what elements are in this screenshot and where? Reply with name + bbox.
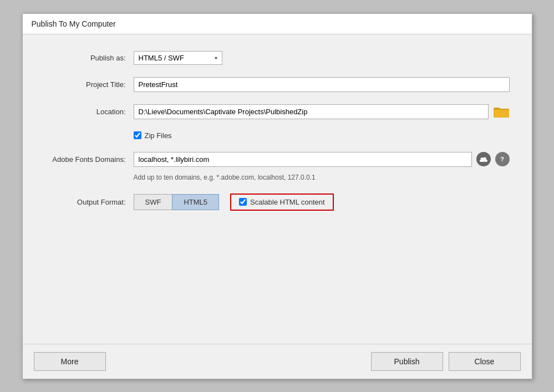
svg-rect-1: [494, 110, 509, 118]
adobe-fonts-control: ?: [134, 152, 510, 167]
close-button[interactable]: Close: [449, 352, 521, 371]
cloud-icon[interactable]: [476, 152, 491, 166]
publish-as-label: Publish as:: [45, 54, 134, 62]
html5-format-button[interactable]: HTML5: [172, 194, 219, 210]
help-button[interactable]: ?: [495, 152, 510, 166]
project-title-row: Project Title:: [45, 77, 510, 92]
location-input-row: [134, 104, 510, 119]
location-label: Location:: [45, 108, 134, 116]
browse-folder-button[interactable]: [493, 104, 510, 119]
dialog-content: Publish as: HTML5 / SWF ▾ Project Title:…: [23, 34, 532, 344]
help-icon: ?: [500, 156, 504, 162]
adobe-fonts-input-row: ?: [134, 152, 510, 167]
location-input[interactable]: [134, 104, 489, 119]
location-row: Location:: [45, 104, 510, 119]
zip-files-label[interactable]: Zip Files: [134, 131, 172, 140]
publish-as-row: Publish as: HTML5 / SWF ▾: [45, 51, 510, 65]
chevron-down-icon: ▾: [215, 55, 217, 61]
adobe-fonts-hint: Add up to ten domains, e.g. *.adobe.com,…: [134, 174, 510, 181]
footer-left: More: [34, 352, 371, 371]
dialog-footer: More Publish Close: [23, 344, 532, 379]
publish-as-control: HTML5 / SWF ▾: [134, 51, 510, 65]
publish-as-value: HTML5 / SWF: [139, 54, 184, 62]
adobe-fonts-label: Adobe Fonts Domains:: [45, 155, 134, 164]
adobe-fonts-input[interactable]: [134, 152, 472, 167]
dialog-titlebar: Publish To My Computer: [23, 14, 532, 34]
dialog-title: Publish To My Computer: [32, 19, 116, 28]
scalable-html-label[interactable]: Scalable HTML content: [239, 198, 325, 206]
more-button[interactable]: More: [34, 352, 106, 371]
output-format-control: SWF HTML5 Scalable HTML content: [134, 194, 510, 211]
publish-button[interactable]: Publish: [371, 352, 443, 371]
output-format-row: Output Format: SWF HTML5 Scalable HTML c…: [45, 194, 510, 211]
adobe-fonts-row: Adobe Fonts Domains: ?: [45, 152, 510, 167]
output-format-label: Output Format:: [45, 198, 134, 206]
output-format-controls: SWF HTML5 Scalable HTML content: [134, 194, 510, 211]
project-title-control: [134, 77, 510, 92]
publish-as-dropdown[interactable]: HTML5 / SWF ▾: [134, 51, 222, 65]
scalable-html-container[interactable]: Scalable HTML content: [230, 194, 334, 211]
zip-files-checkbox[interactable]: [134, 131, 141, 139]
cloud-svg: [479, 156, 488, 162]
folder-icon: [494, 105, 509, 118]
project-title-input[interactable]: [134, 77, 510, 92]
location-control: [134, 104, 510, 119]
footer-right: Publish Close: [371, 352, 521, 371]
format-button-group: SWF HTML5: [134, 194, 220, 210]
zip-files-row: Zip Files: [134, 131, 510, 140]
publish-dialog: Publish To My Computer Publish as: HTML5…: [22, 13, 532, 379]
scalable-html-checkbox[interactable]: [239, 198, 247, 206]
swf-format-button[interactable]: SWF: [134, 194, 172, 210]
project-title-label: Project Title:: [45, 80, 134, 89]
